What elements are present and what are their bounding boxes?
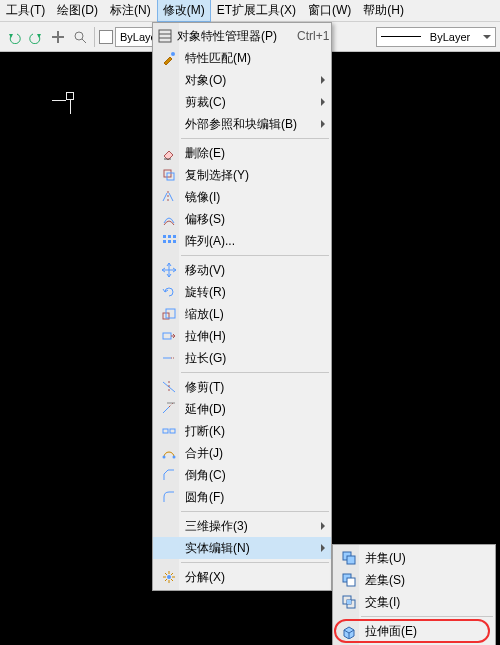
- modify-item-3[interactable]: 剪裁(C): [153, 91, 331, 113]
- modify-item-12[interactable]: 移动(V): [153, 259, 331, 281]
- fillet-icon: [157, 489, 181, 505]
- svg-rect-33: [347, 578, 355, 586]
- menu-item-label: 圆角(F): [181, 489, 311, 506]
- menu-help[interactable]: 帮助(H): [357, 0, 410, 22]
- subtract-icon: [337, 572, 361, 588]
- menu-window[interactable]: 窗口(W): [302, 0, 357, 22]
- svg-rect-25: [163, 429, 168, 433]
- solid-edit-submenu: 并集(U)差集(S)交集(I)拉伸面(E)移动面(M)偏移面(O): [332, 544, 496, 645]
- modify-item-19[interactable]: 延伸(D): [153, 398, 331, 420]
- menu-item-label: 三维操作(3): [181, 518, 311, 535]
- modify-item-18[interactable]: 修剪(T): [153, 376, 331, 398]
- extrudeface-icon: [337, 623, 361, 639]
- erase-icon: [157, 145, 181, 161]
- menu-item-label: 镜像(I): [181, 189, 311, 206]
- modify-menu-popup: 对象特性管理器(P)Ctrl+1特性匹配(M)对象(O)剪裁(C)外部参照和块编…: [152, 22, 332, 591]
- menu-item-label: 合并(J): [181, 445, 311, 462]
- menu-item-label: 移动(V): [181, 262, 311, 279]
- solidedit-item-1[interactable]: 差集(S): [333, 569, 495, 591]
- svg-point-29: [167, 575, 171, 579]
- svg-rect-36: [347, 600, 351, 604]
- chamfer-icon: [157, 467, 181, 483]
- modify-item-7[interactable]: 复制选择(Y): [153, 164, 331, 186]
- modify-item-0[interactable]: 对象特性管理器(P)Ctrl+1: [153, 25, 331, 47]
- svg-point-5: [171, 52, 175, 56]
- svg-point-27: [163, 456, 166, 459]
- menu-et-tools[interactable]: ET扩展工具(X): [211, 0, 302, 22]
- copy-icon: [157, 167, 181, 183]
- modify-item-1[interactable]: 特性匹配(M): [153, 47, 331, 69]
- modify-item-13[interactable]: 旋转(R): [153, 281, 331, 303]
- modify-item-28[interactable]: 分解(X): [153, 566, 331, 588]
- menu-item-label: 拉伸(H): [181, 328, 311, 345]
- menu-item-label: 分解(X): [181, 569, 311, 586]
- solidedit-item-0[interactable]: 并集(U): [333, 547, 495, 569]
- mirror-icon: [157, 189, 181, 205]
- pan-icon[interactable]: [48, 27, 68, 47]
- modify-item-10[interactable]: 阵列(A)...: [153, 230, 331, 252]
- modify-item-23[interactable]: 圆角(F): [153, 486, 331, 508]
- rotate-icon: [157, 284, 181, 300]
- menu-item-label: 交集(I): [361, 594, 475, 611]
- properties-icon: [157, 28, 173, 44]
- scale-icon: [157, 306, 181, 322]
- modify-item-25[interactable]: 三维操作(3): [153, 515, 331, 537]
- modify-item-2[interactable]: 对象(O): [153, 69, 331, 91]
- svg-point-0: [75, 32, 83, 40]
- menu-item-label: 旋转(R): [181, 284, 311, 301]
- linetype-combo[interactable]: ByLayer: [376, 27, 496, 47]
- undo-icon[interactable]: [4, 27, 24, 47]
- svg-rect-9: [163, 235, 166, 238]
- extend-icon: [157, 401, 181, 417]
- menu-item-label: 特性匹配(M): [181, 50, 311, 67]
- menu-item-label: 延伸(D): [181, 401, 311, 418]
- modify-item-26[interactable]: 实体编辑(N): [153, 537, 331, 559]
- menu-tools[interactable]: 工具(T): [0, 0, 51, 22]
- color-swatch[interactable]: [99, 30, 113, 44]
- modify-item-9[interactable]: 偏移(S): [153, 208, 331, 230]
- modify-item-8[interactable]: 镜像(I): [153, 186, 331, 208]
- trim-icon: [157, 379, 181, 395]
- menu-item-label: 实体编辑(N): [181, 540, 311, 557]
- ucs-icon: [60, 92, 80, 112]
- menu-draw[interactable]: 绘图(D): [51, 0, 104, 22]
- array-icon: [157, 233, 181, 249]
- modify-item-4[interactable]: 外部参照和块编辑(B): [153, 113, 331, 135]
- svg-rect-12: [163, 240, 166, 243]
- modify-item-21[interactable]: 合并(J): [153, 442, 331, 464]
- zoom-icon[interactable]: [70, 27, 90, 47]
- svg-rect-10: [168, 235, 171, 238]
- offset-icon: [157, 211, 181, 227]
- solidedit-item-2[interactable]: 交集(I): [333, 591, 495, 613]
- modify-item-6[interactable]: 删除(E): [153, 142, 331, 164]
- union-icon: [337, 550, 361, 566]
- menu-modify[interactable]: 修改(M): [157, 0, 211, 22]
- menu-item-label: 删除(E): [181, 145, 311, 162]
- modify-item-20[interactable]: 打断(K): [153, 420, 331, 442]
- svg-rect-31: [347, 556, 355, 564]
- svg-rect-26: [170, 429, 175, 433]
- menu-item-label: 拉长(G): [181, 350, 311, 367]
- stretch-icon: [157, 328, 181, 344]
- modify-item-16[interactable]: 拉长(G): [153, 347, 331, 369]
- menubar: 工具(T) 绘图(D) 标注(N) 修改(M) ET扩展工具(X) 窗口(W) …: [0, 0, 500, 22]
- modify-item-14[interactable]: 缩放(L): [153, 303, 331, 325]
- menu-item-label: 打断(K): [181, 423, 311, 440]
- shortcut-label: Ctrl+1: [297, 29, 329, 43]
- menu-dimension[interactable]: 标注(N): [104, 0, 157, 22]
- intersect-icon: [337, 594, 361, 610]
- menu-item-label: 外部参照和块编辑(B): [181, 116, 311, 133]
- svg-line-22: [163, 407, 169, 413]
- redo-icon[interactable]: [26, 27, 46, 47]
- modify-item-15[interactable]: 拉伸(H): [153, 325, 331, 347]
- line-sample-icon: [381, 36, 421, 37]
- menu-item-label: 拉伸面(E): [361, 623, 475, 640]
- menu-item-label: 缩放(L): [181, 306, 311, 323]
- modify-item-22[interactable]: 倒角(C): [153, 464, 331, 486]
- svg-line-1: [82, 39, 86, 43]
- solidedit-item-4[interactable]: 拉伸面(E): [333, 620, 495, 642]
- svg-rect-2: [159, 30, 171, 42]
- svg-rect-11: [173, 235, 176, 238]
- svg-rect-17: [163, 333, 171, 339]
- menu-item-label: 复制选择(Y): [181, 167, 311, 184]
